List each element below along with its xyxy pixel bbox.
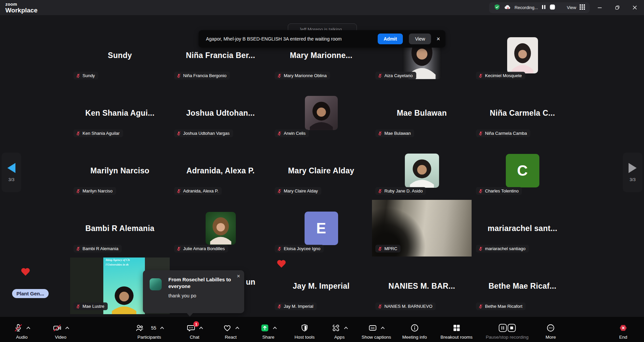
audio-icon[interactable] [14, 324, 23, 332]
record-control-icon[interactable] [498, 324, 516, 332]
share-icon[interactable] [261, 324, 269, 332]
toolbar-item-label: Host tools [294, 335, 315, 340]
participant-tile-mary-claire-alday[interactable]: Mary Claire AldayMary Claire Alday [271, 142, 371, 199]
participant-tile-ken-shania-aguilar[interactable]: Ken Shania Agui...Ken Shania Aguilar [70, 84, 170, 141]
more-button[interactable]: More [546, 322, 556, 340]
chevron-up-icon[interactable] [235, 327, 239, 330]
end-button[interactable]: End [619, 322, 628, 340]
participant-name-label: Aiza Cayetano [375, 72, 416, 79]
react-button[interactable]: React [223, 322, 239, 340]
chevron-up-icon[interactable] [65, 327, 69, 330]
chevron-up-icon[interactable] [199, 327, 203, 330]
more-icon[interactable] [546, 324, 555, 332]
view-menu-label[interactable]: View [567, 5, 576, 10]
react-icon[interactable] [223, 324, 232, 332]
participant-tile-julie-amara-bondilles[interactable]: Julie Amara Bondilles [171, 200, 270, 256]
pause-recording-icon[interactable] [541, 4, 546, 11]
minimize-button[interactable] [592, 0, 607, 15]
video-icon[interactable] [53, 324, 62, 332]
chat-notification-popup[interactable]: From Rosechel Labilles to everyone thank… [143, 270, 244, 313]
banner-close-icon[interactable]: × [436, 36, 440, 42]
muted-mic-icon [478, 73, 483, 78]
chevron-up-icon[interactable] [344, 327, 348, 330]
participant-tile-arwin-celis[interactable]: Arwin Celis [271, 84, 371, 141]
participant-name-label: Ken Shania Aguilar [73, 129, 123, 137]
stop-recording-icon[interactable] [549, 4, 555, 11]
recording-status-pill: Recording... View [489, 2, 590, 13]
muted-mic-icon [478, 304, 483, 309]
toolbar-item-label: Video [55, 335, 66, 340]
participant-tile-bethe-mae-ricafort[interactable]: Bethe Mae Ricaf...Bethe Mae Ricafort [473, 258, 572, 314]
host-tools-button[interactable]: Host tools [294, 322, 315, 340]
chat-popup-message: thank you po [168, 293, 239, 298]
close-window-button[interactable] [627, 0, 642, 15]
chat-popup-close-icon[interactable]: × [237, 273, 240, 280]
chat-popup-title: From Rosechel Labilles to everyone [168, 276, 239, 290]
captions-icon[interactable]: CC [369, 324, 377, 332]
host-tools-icon[interactable] [300, 324, 309, 332]
heart-reaction [277, 260, 286, 269]
participant-tile-joshua-udtohan-vargas[interactable]: Joshua Udtohan...Joshua Udtohan Vargas [171, 84, 270, 141]
maximize-button[interactable] [610, 0, 625, 15]
participant-name-title: Adranida, Alexa P. [171, 166, 270, 175]
muted-mic-icon [176, 131, 181, 136]
participant-tile-mariarachel-santiago[interactable]: mariarachel sant...mariarachel santiago [473, 200, 572, 256]
participant-tile-eloisa-joycee-igno[interactable]: EEloisa Joycee Igno [271, 200, 371, 256]
breakout-rooms-icon[interactable] [452, 324, 461, 332]
participant-tile-niña-carmela-camba[interactable]: Niña Carmela C...Niña Carmela Camba [473, 84, 572, 141]
chat-button[interactable]: 1Chat [187, 322, 203, 340]
participant-name-text: Joshua Udtohan Vargas [183, 131, 230, 136]
participant-name-text: Julie Amara Bondilles [183, 246, 225, 251]
participant-name-label: Mary Claire Alday [275, 187, 321, 195]
toolbar-item-label: React [225, 335, 236, 340]
participant-tile-adranida-alexa-p-[interactable]: Adranida, Alexa P.Adranida, Alexa P. [171, 142, 270, 199]
captions-button[interactable]: CCShow captions [362, 322, 391, 340]
toolbar-item-label: Chat [190, 335, 200, 340]
participants-button[interactable]: 55Participants [135, 322, 163, 340]
participant-tile-jay-m-imperial[interactable]: Jay M. ImperialJay M. Imperial [271, 258, 371, 314]
share-button[interactable]: Share [261, 322, 276, 340]
toolbar-item-label: Meeting info [402, 335, 427, 340]
record-control-button[interactable]: Pause/stop recording [486, 322, 529, 340]
participant-photo-avatar [507, 37, 538, 73]
meeting-info-icon[interactable] [410, 324, 419, 332]
meeting-info-button[interactable]: Meeting info [402, 322, 427, 340]
video-button[interactable]: Video [53, 322, 69, 340]
gallery-next-page-button[interactable]: 3/3 [623, 153, 642, 192]
participant-tile-charles-tolentino[interactable]: CCharles Tolentino [473, 142, 572, 199]
logo-zoom-text: zoom [5, 2, 38, 6]
end-icon[interactable] [619, 324, 628, 332]
participant-name-title: NANIES M. BAR... [372, 281, 472, 290]
participant-tile-marilyn-narciso[interactable]: Marilyn NarcisoMarilyn Narciso [70, 142, 170, 199]
participant-tile-mae-bulawan[interactable]: Mae BulawanMae Bulawan [372, 84, 472, 141]
apps-button[interactable]: Apps [332, 322, 347, 340]
breakout-rooms-button[interactable]: Breakout rooms [440, 322, 472, 340]
muted-mic-icon [478, 246, 483, 251]
toolbar-item-label: Breakout rooms [440, 335, 472, 340]
audio-button[interactable]: Audio [14, 322, 30, 340]
participant-tile-nanies-m-barnuevo[interactable]: NANIES M. BAR...NANIES M. BARNUEVO [372, 258, 472, 314]
chevron-up-icon[interactable] [381, 327, 385, 330]
security-shield-icon[interactable] [494, 4, 500, 12]
participant-name-label: Niña Carmela Camba [476, 129, 530, 137]
participant-name-label: Marilyn Narciso [73, 187, 116, 195]
participant-tile-mprc[interactable]: MPRC [372, 200, 472, 256]
participant-photo-avatar [305, 96, 338, 130]
participant-tile-sundy[interactable]: SundySundy [70, 27, 170, 83]
apps-icon[interactable] [332, 324, 340, 332]
participant-tile-ruby-jane-d-asido[interactable]: Ruby Jane D. Asido [372, 142, 472, 199]
chevron-up-icon[interactable] [160, 327, 164, 330]
participant-name-label: Niña Francia Bergonio [174, 72, 230, 79]
participant-name-text: Marilyn Narciso [83, 188, 113, 193]
gallery-prev-page-button[interactable]: 3/3 [2, 153, 21, 192]
chevron-up-icon[interactable] [26, 327, 30, 330]
gallery-grid-icon[interactable] [580, 4, 585, 11]
participants-icon[interactable] [135, 324, 144, 332]
muted-mic-icon [478, 131, 483, 136]
banner-view-button[interactable]: View [409, 34, 431, 44]
participant-tile-bambi-r-alemania[interactable]: Bambi R AlemaniaBambi R Alemania [70, 200, 170, 256]
chevron-up-icon[interactable] [273, 327, 277, 330]
chat-icon[interactable]: 1 [187, 324, 196, 332]
admit-button[interactable]: Admit [378, 34, 403, 44]
participant-tile-kecimiel-mosquete[interactable]: Kecimiel Mosquete [473, 27, 572, 83]
